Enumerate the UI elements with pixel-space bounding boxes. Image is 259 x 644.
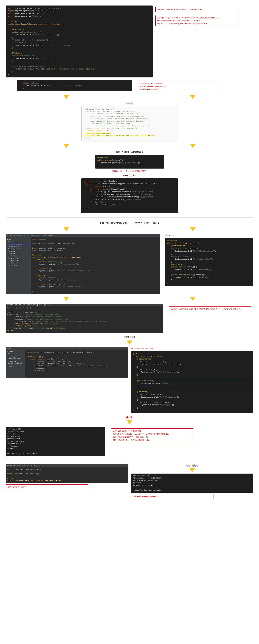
section-title-2: 再来看启动类： bbox=[6, 174, 253, 177]
tree-item-app[interactable]: App bbox=[6, 353, 25, 355]
section-rerun-right: 此时，再运行 执行了 通知 Aware 通知 执行 @PostConstruct… bbox=[131, 464, 253, 500]
sidebar-item-api[interactable]: APiController bbox=[6, 241, 31, 243]
annotation-text-2: 实现了接口口之后，里面就会有一个方法 setBeanName，这个就是执行通知的… bbox=[157, 17, 219, 25]
code-component-user: @Component public class BeanLifeComponen… bbox=[131, 351, 253, 414]
arrow-down-1 bbox=[64, 95, 69, 99]
ide-body-3: ▾ beans App ▾ beans BeanLifeComponent ▾ … bbox=[6, 350, 128, 378]
arrow-section-1 bbox=[6, 95, 253, 99]
section-app: beans ▾ beans App ▾ beans BeanLifeCompon… bbox=[6, 348, 253, 414]
arrow-down-6 bbox=[190, 227, 196, 232]
annotation-text-understand: 现在可以理解了，解决了 bbox=[8, 486, 26, 488]
console-output-2: 执行了 通知 Aware 通知 执行 @PostConstruct 执行初始化方… bbox=[131, 474, 253, 493]
file-tab-beanlife2[interactable]: BeanLifeComponent.java bbox=[7, 304, 25, 306]
sidebar-item-beansingleton2[interactable]: BeanSingleton2 bbox=[6, 248, 31, 250]
sidebar-item-usercontroller[interactable]: UserController bbox=[6, 257, 31, 260]
arrow-section-2 bbox=[6, 144, 253, 148]
section-title-run: 下面，我们就来使用idea 执行一下上述程序，来看一下效果： bbox=[6, 222, 253, 224]
xml-code-block: <?xml version="1.0" encoding="UTF-8"?> <… bbox=[82, 106, 178, 141]
arrow-down-9 bbox=[127, 340, 132, 345]
tab-config2[interactable]: spring-config.xml bbox=[27, 465, 42, 466]
sidebar-item-userbeans[interactable]: UserBeans bbox=[6, 250, 31, 252]
ide-editor-app: import org.springframework.context.suppo… bbox=[25, 350, 128, 378]
ide-sidebar-1: beans APiController BeanLifeComponent Be… bbox=[6, 237, 31, 294]
section-predestroy: 近前一个销毁 bean 的注解方法 @PreDestroy public voi… bbox=[6, 151, 253, 213]
sidebar-item-beanlife[interactable]: BeanLifeComponent bbox=[6, 243, 31, 246]
ide-window-3: beans ▾ beans App ▾ beans BeanLifeCompon… bbox=[6, 348, 128, 378]
annotation-text-end: 和我们前面的稳分析，完全一样！ bbox=[133, 496, 158, 498]
ide-tab-3[interactable]: BeanLifeApp bbox=[44, 235, 53, 236]
sidebar-item-userconfig[interactable]: UserConfiguration bbox=[6, 255, 31, 257]
arrow-down-8 bbox=[190, 297, 196, 301]
annotation-end: 和我们前面的稳分析，完全一样！ bbox=[131, 494, 214, 500]
annotation-text-output1: 我们可以发现没有注入，它成功没有加。这就说明 我们 BeanLifeCompon… bbox=[113, 430, 170, 441]
divider-2 bbox=[6, 460, 253, 460]
label-user-method: 我额外添加了一个 user方法 bbox=[131, 348, 253, 350]
sidebar-item-beansingleton[interactable]: BeanSingleton bbox=[6, 246, 31, 248]
ide-title-4: BeanLifeComponent.java spring-config.xml bbox=[6, 464, 128, 467]
sidebar-item-userservice[interactable]: UserService bbox=[6, 264, 31, 267]
tree-test: ▾ test bbox=[6, 365, 25, 367]
annotation-setbeanname: 实现了接口口之后，里面就会有一个方法 setBeanName，这个就是执行通知的… bbox=[156, 15, 238, 26]
label-execute: 执行它 bbox=[6, 416, 253, 419]
tree-config[interactable]: spring-config.xml bbox=[6, 362, 25, 364]
code-block-1: import org.springframework.beans.factory… bbox=[6, 6, 153, 78]
arrow-rerun bbox=[190, 468, 195, 472]
main-content: import org.springframework.beans.factory… bbox=[6, 6, 253, 500]
arrow-down-7 bbox=[64, 297, 69, 301]
tab-beanlife-import[interactable]: BeanLifeComponent.java bbox=[7, 465, 25, 466]
config-label: 配置文件 bbox=[125, 102, 134, 105]
ide-editor-1: package com.beans; import org.springfram… bbox=[31, 237, 160, 294]
section-rerun: BeanLifeComponent.java spring-config.xml… bbox=[6, 464, 253, 500]
tree-item-beanlife3[interactable]: BeanLifeComponent bbox=[6, 357, 25, 359]
sidebar-item-usercontroller2[interactable]: UserController2 bbox=[6, 260, 31, 262]
execute-label-container: 执行它 bbox=[6, 416, 253, 424]
arrow-section-3 bbox=[6, 227, 253, 232]
section-rerun-left: BeanLifeComponent.java spring-config.xml… bbox=[6, 464, 128, 490]
label-restart: 再来看启动类 bbox=[6, 336, 253, 338]
annotation-bean-name-aware: 我们想要打印BeanName设置完成的通知，就需要实现这个接口 bbox=[156, 7, 238, 12]
sidebar-item-userrepo[interactable]: UserRepository bbox=[6, 262, 31, 264]
ide-editor-import: import javax.annotation.PostConstruct; i… bbox=[6, 467, 128, 483]
arrow-down-4 bbox=[190, 144, 196, 148]
section-xml-2: BeanLifeComponent.java spring-config.xml… bbox=[6, 304, 253, 333]
divider-1 bbox=[6, 217, 253, 218]
arrow-section-4 bbox=[6, 297, 253, 301]
section-ide-1: BeanLifeComponent.java spring-config.xml… bbox=[6, 234, 253, 294]
label-rerun-title: 此时，再运行 bbox=[131, 464, 253, 467]
annotation-output-1: 我们可以发现没有注入，它成功没有加。这就说明 我们 BeanLifeCompon… bbox=[111, 428, 194, 443]
tree-item-beanum[interactable]: ▾ beans bbox=[6, 355, 25, 357]
file-tab-config[interactable]: spring-config.xml bbox=[27, 304, 42, 306]
annotation-destroy: 执行到这一步，一个bean生命周期就结束了。 bbox=[6, 170, 253, 172]
code-block-init: public void init() { System.out.println(… bbox=[17, 80, 132, 92]
annotation-init: 至于普通方法，什么时候执行?在 配置文件中 bean 标签里面去添加通过 ini… bbox=[138, 81, 220, 92]
ide-tab-2[interactable]: spring-config.xml bbox=[27, 235, 42, 236]
ide-tab-1[interactable]: BeanLifeComponent.java bbox=[7, 235, 25, 236]
ide-window-4: BeanLifeComponent.java spring-config.xml… bbox=[6, 464, 128, 483]
section-app-right: 我额外添加了一个 user方法 @Component public class … bbox=[131, 348, 253, 414]
label-modified: 修改了一下 bbox=[165, 234, 253, 237]
ide-title-3: beans bbox=[6, 348, 128, 350]
ide-window-1: BeanLifeComponent.java spring-config.xml… bbox=[6, 234, 160, 294]
ide-body-1: beans APiController BeanLifeComponent Be… bbox=[6, 237, 160, 294]
file-tab-app[interactable]: App.java bbox=[44, 304, 50, 306]
section-title-restart: 再来看启动类 bbox=[6, 336, 253, 338]
ide-title-bar-2: BeanLifeComponent.java spring-config.xml… bbox=[6, 304, 163, 306]
section-code-1: import org.springframework.beans.factory… bbox=[6, 6, 253, 92]
section-output-1: 执行了 Aware 通知 执行 @PostConstruct 执行 init-m… bbox=[6, 427, 253, 456]
console-output-1: 执行了 Aware 通知 执行 @PostConstruct 执行 init-m… bbox=[6, 427, 106, 456]
sidebar-item-userbeans2[interactable]: UserBeans2 bbox=[6, 252, 31, 255]
annotation-understand: 现在可以理解了，解决了 bbox=[6, 484, 88, 490]
arrow-down-3 bbox=[64, 144, 69, 148]
annotation-text-3: 至于普通方法，什么时候执行?在 配置文件中 bean 标签里面去添加通过 ini… bbox=[140, 82, 166, 90]
page-container: import org.springframework.beans.factory… bbox=[0, 0, 259, 644]
arrow-down-2 bbox=[190, 95, 196, 99]
code-modified: @Component public class BeanLifeComponen… bbox=[165, 238, 253, 286]
code-predestroy: @PreDestroy public void preDestroy() { S… bbox=[95, 155, 164, 168]
ide-window-2: BeanLifeComponent.java spring-config.xml… bbox=[6, 304, 163, 333]
annotation-method-config: 普通方法，如果你不配置，它是执行不了的 哪有注解的方法也是一样，没有注解，它也执… bbox=[169, 306, 251, 312]
annotation-text-method: 普通方法，如果你不配置，它是执行不了的 哪有注解的方法也是一样，没有注解，它也执… bbox=[170, 308, 242, 310]
code-main-class: import com.bit.controller.BeanLife; impo… bbox=[82, 178, 178, 213]
ide-editor-xml: <?xml version="1.0" encoding="UTF-8"?> <… bbox=[6, 310, 163, 333]
tree-root: ▾ beans bbox=[6, 351, 25, 353]
section-config: 配置文件 <?xml version="1.0" encoding="UTF-8… bbox=[6, 102, 253, 141]
